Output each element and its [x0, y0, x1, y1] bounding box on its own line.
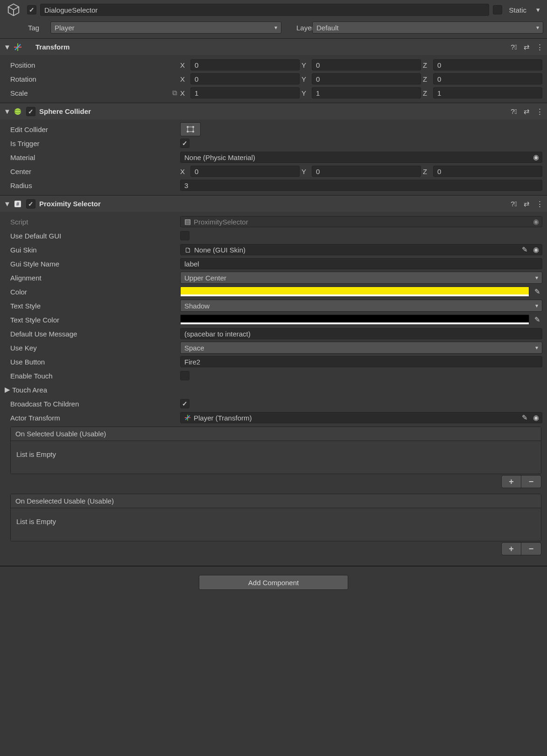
color-field[interactable] [180, 287, 529, 297]
proximity-selector-title: Proximity Selector [39, 200, 507, 208]
add-component-label: Add Component [248, 579, 299, 587]
default-use-message-label: Default Use Message [10, 330, 180, 338]
sphere-collider-enabled[interactable] [26, 107, 35, 116]
gameobject-name-input[interactable] [40, 4, 489, 16]
position-label: Position [10, 61, 180, 69]
foldout-icon[interactable]: ▼ [4, 107, 9, 115]
sphere-collider-icon [13, 107, 22, 116]
active-checkbox[interactable] [27, 5, 36, 14]
use-button-label: Use Button [10, 358, 180, 366]
x-label: X [180, 61, 189, 69]
rotation-z[interactable] [433, 73, 542, 84]
center-z[interactable] [433, 166, 542, 177]
add-event-button[interactable]: + [502, 476, 521, 488]
remove-event-button[interactable]: − [521, 543, 541, 555]
is-trigger-checkbox[interactable] [180, 139, 189, 148]
object-picker-icon[interactable]: ◉ [533, 153, 539, 161]
foldout-icon[interactable]: ▼ [4, 200, 9, 208]
sphere-collider-title: Sphere Collider [39, 107, 507, 115]
object-picker-icon[interactable]: ◉ [533, 245, 539, 254]
alignment-value: Upper Center [184, 274, 226, 282]
eyedropper-icon[interactable]: ✎ [532, 287, 542, 296]
static-checkbox[interactable] [493, 5, 502, 14]
preset-icon[interactable]: ⇄ [524, 107, 530, 116]
edit-collider-button[interactable] [180, 122, 201, 136]
menu-icon[interactable]: ⋮ [536, 43, 543, 51]
enable-touch-label: Enable Touch [10, 372, 180, 380]
help-icon[interactable]: ?⃝ [511, 200, 517, 208]
edit-collider-label: Edit Collider [10, 126, 180, 133]
eyedropper-icon[interactable]: ✎ [532, 315, 542, 324]
radius-input[interactable] [180, 180, 542, 191]
script-value: ProximitySelector [194, 218, 248, 226]
static-dropdown-icon[interactable]: ▾ [533, 4, 543, 16]
foldout-icon[interactable]: ▶ [5, 385, 10, 394]
menu-icon[interactable]: ⋮ [536, 107, 543, 116]
position-y[interactable] [312, 59, 421, 70]
material-label: Material [10, 154, 180, 161]
scale-y[interactable] [312, 87, 421, 98]
position-x[interactable] [190, 59, 300, 70]
rotation-y[interactable] [312, 73, 421, 84]
tag-dropdown[interactable]: Player [50, 21, 281, 34]
edit-icon[interactable]: ✎ [522, 413, 528, 422]
text-style-color-field[interactable] [180, 315, 529, 325]
svg-rect-2 [188, 127, 193, 132]
proximity-selector-header[interactable]: ▼ # Proximity Selector ?⃝ ⇄ ⋮ [0, 195, 547, 212]
use-key-label: Use Key [10, 344, 180, 352]
scale-label: Scale [10, 89, 28, 97]
object-picker-icon: ◉ [533, 217, 539, 226]
center-y[interactable] [312, 166, 421, 177]
event-add-remove: + − [501, 542, 541, 555]
use-default-gui-checkbox[interactable] [180, 231, 189, 240]
event-header: On Deselected Usable (Usable) [11, 494, 541, 508]
scale-x[interactable] [190, 87, 300, 98]
constrain-icon[interactable]: ⧉ [172, 89, 177, 97]
use-button-input[interactable] [180, 356, 542, 367]
foldout-icon[interactable]: ▼ [4, 43, 9, 51]
help-icon[interactable]: ?⃝ [511, 107, 517, 116]
material-field[interactable]: None (Physic Material) ◉ [180, 152, 542, 163]
broadcast-label: Broadcast To Children [10, 400, 180, 408]
event-add-remove: + − [501, 475, 541, 488]
gui-skin-value: None (GUI Skin) [194, 246, 245, 254]
add-component-button[interactable]: Add Component [199, 575, 348, 590]
position-z[interactable] [433, 59, 542, 70]
default-use-message-input[interactable] [180, 328, 542, 339]
text-style-color-label: Text Style Color [10, 316, 180, 324]
use-key-dropdown[interactable]: Space [180, 342, 542, 354]
proximity-selector-enabled[interactable] [26, 199, 35, 209]
broadcast-checkbox[interactable] [180, 399, 189, 408]
sphere-collider-header[interactable]: ▼ Sphere Collider ?⃝ ⇄ ⋮ [0, 103, 547, 119]
event-body: List is Empty [11, 441, 541, 474]
svg-point-0 [14, 108, 21, 115]
remove-event-button[interactable]: − [521, 476, 541, 488]
touch-area-label[interactable]: Touch Area [10, 386, 47, 394]
transform-icon [13, 42, 22, 52]
object-picker-icon[interactable]: ◉ [533, 413, 539, 422]
add-event-button[interactable]: + [502, 543, 521, 555]
event-body: List is Empty [11, 508, 541, 541]
preset-icon[interactable]: ⇄ [524, 43, 530, 51]
enable-touch-checkbox[interactable] [180, 371, 189, 380]
scale-z[interactable] [433, 87, 542, 98]
gui-skin-field[interactable]: 🗋 None (GUI Skin) ✎ ◉ [180, 244, 542, 255]
edit-icon[interactable]: ✎ [522, 245, 528, 254]
transform-header[interactable]: ▼ Transform ?⃝ ⇄ ⋮ [0, 38, 547, 55]
script-icon: # [13, 199, 22, 209]
actor-transform-field[interactable]: Player (Transform) ✎ ◉ [180, 412, 542, 423]
alignment-dropdown[interactable]: Upper Center [180, 272, 542, 284]
text-style-dropdown[interactable]: Shadow [180, 300, 542, 312]
sphere-collider-body: Edit Collider Is Trigger Material None (… [0, 119, 547, 195]
event-header: On Selected Usable (Usable) [11, 427, 541, 441]
layer-dropdown[interactable]: Default [312, 21, 543, 34]
menu-icon[interactable]: ⋮ [536, 200, 543, 208]
add-component-row: Add Component [0, 566, 547, 598]
transform-title: Transform [26, 43, 507, 51]
svg-point-6 [193, 131, 194, 133]
preset-icon[interactable]: ⇄ [524, 200, 530, 208]
help-icon[interactable]: ?⃝ [511, 43, 517, 51]
center-x[interactable] [190, 166, 300, 177]
rotation-x[interactable] [190, 73, 300, 84]
gui-style-name-input[interactable] [180, 258, 542, 269]
